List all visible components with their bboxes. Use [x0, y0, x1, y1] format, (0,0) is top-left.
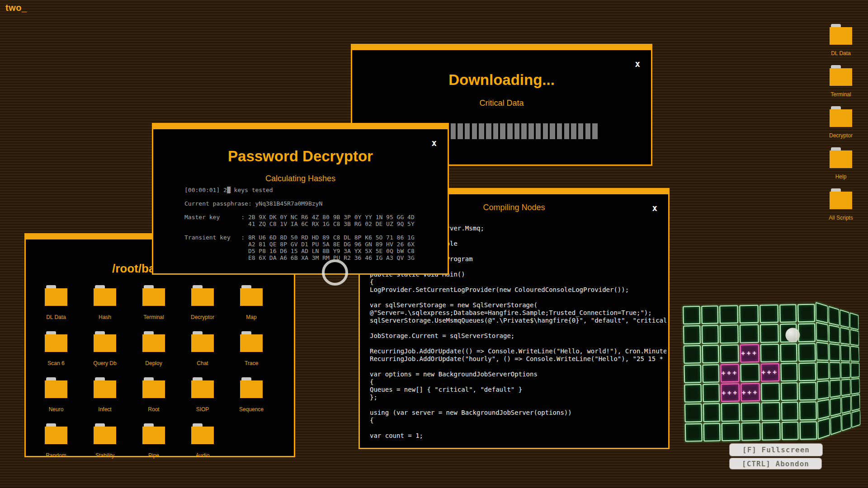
folder-random[interactable]: Random: [32, 423, 80, 469]
folder-label: Chat: [197, 360, 208, 366]
close-icon[interactable]: x: [635, 60, 640, 68]
cube-cell: [850, 313, 859, 330]
cube-cell: [721, 403, 740, 422]
cube-cell: [841, 362, 850, 378]
loader-ring: [322, 259, 348, 286]
folder-label: Terminal: [143, 314, 164, 320]
cube-cell: [851, 394, 860, 411]
fullscreen-button[interactable]: [F] Fullscreen: [730, 444, 822, 456]
typed-prompt[interactable]: two_: [5, 3, 27, 13]
folder-icon: [142, 285, 165, 306]
cube-cell: [701, 305, 718, 324]
folder-label: Decryptor: [829, 132, 853, 139]
cube-cell: [683, 306, 700, 324]
cube-cell: [851, 379, 860, 395]
folder-scan-6[interactable]: Scan 6: [32, 331, 80, 377]
folder-chat[interactable]: Chat: [178, 331, 227, 377]
titlebar[interactable]: [352, 45, 651, 50]
folder-icon: [142, 331, 165, 352]
cube-cell: [816, 361, 829, 380]
folder-label: Sequence: [239, 406, 264, 413]
progress-segment: [528, 123, 534, 139]
folder-icon: [45, 285, 67, 306]
cube-cell: [703, 384, 720, 402]
folder-label: Deploy: [145, 360, 162, 366]
cube-cell: [684, 365, 701, 383]
cube-cell: [852, 410, 860, 428]
folder-trace[interactable]: Trace: [227, 331, 276, 377]
folder-label: Stability: [95, 452, 114, 459]
folder-label: Infect: [98, 406, 111, 413]
progress-segment: [557, 123, 562, 139]
cube-cell: [829, 343, 840, 361]
folder-stability[interactable]: Stability: [80, 423, 129, 469]
cube-cell: [779, 304, 797, 323]
progress-segment: [465, 123, 470, 139]
progress-segment: [592, 123, 598, 139]
cube-cell: [817, 399, 830, 420]
folder-all-scripts[interactable]: All Scripts: [818, 188, 863, 221]
folder-label: Audio: [196, 452, 210, 459]
folder-deploy[interactable]: Deploy: [129, 331, 178, 377]
folder-terminal[interactable]: Terminal: [129, 285, 178, 331]
folder-decryptor[interactable]: Decryptor: [178, 285, 227, 331]
folder-label: Decryptor: [191, 314, 214, 320]
cube-cell: [781, 402, 798, 421]
folder-label: SIOP: [196, 406, 209, 413]
folder-icon: [191, 285, 214, 306]
folder-dl-data[interactable]: DL Data: [32, 285, 80, 331]
cube-cell: [830, 380, 840, 398]
folder-label: Map: [246, 314, 256, 320]
folder-icon: [830, 24, 852, 45]
folder-label: Pipe: [148, 452, 159, 459]
folder-map[interactable]: Map: [227, 285, 276, 331]
folder-icon: [830, 106, 852, 127]
cube-cell: [817, 380, 829, 400]
folder-siop[interactable]: SIOP: [178, 377, 227, 423]
folder-terminal[interactable]: Terminal: [818, 65, 863, 98]
folder-icon: [45, 423, 67, 444]
progress-segment: [585, 123, 591, 139]
folder-icon: [142, 377, 165, 398]
folder-label: Root: [148, 406, 159, 413]
cube-cell-flagged: +++: [760, 363, 779, 382]
folder-label: Hash: [99, 314, 111, 320]
folder-sequence[interactable]: Sequence: [227, 377, 276, 423]
window-subtitle: Critical Data: [352, 99, 651, 108]
progress-segment: [486, 123, 491, 139]
folder-help[interactable]: Help: [818, 147, 863, 180]
cube-cell: [722, 422, 741, 441]
folder-dl-data[interactable]: DL Data: [818, 24, 863, 56]
cube-cell: [799, 382, 816, 401]
cube-cell: [842, 413, 851, 432]
folder-label: Trace: [245, 360, 258, 366]
cube-cell: [761, 402, 780, 421]
cube-cell: [798, 343, 816, 361]
cube-cell: [702, 325, 719, 344]
titlebar[interactable]: [153, 124, 448, 129]
close-icon[interactable]: x: [432, 139, 437, 147]
cube-cell: [830, 398, 841, 417]
folder-neuro[interactable]: Neuro: [32, 377, 80, 423]
folder-audio[interactable]: Audio: [178, 423, 227, 469]
folder-icon: [830, 147, 852, 168]
folder-icon: [191, 331, 214, 352]
folder-hash[interactable]: Hash: [80, 285, 129, 331]
folder-label: All Scripts: [829, 215, 853, 221]
cube-cell: [798, 324, 815, 342]
folder-query-db[interactable]: Query Db: [80, 331, 129, 377]
cube-cell: [828, 306, 839, 326]
progress-segment: [571, 123, 576, 139]
abandon-button[interactable]: [CTRL] Abondon: [730, 458, 821, 469]
progress-segment: [514, 123, 520, 139]
cube-cell-flagged: +++: [740, 344, 759, 362]
folder-root[interactable]: Root: [129, 377, 178, 423]
cube-front-face: +++++++++++++++: [683, 304, 817, 442]
folder-infect[interactable]: Infect: [80, 377, 129, 423]
cube-cell: [685, 423, 702, 442]
cube-cell: [829, 324, 840, 343]
cube-cell: [684, 345, 701, 364]
folder-decryptor[interactable]: Decryptor: [818, 106, 863, 139]
cube-cell: [781, 382, 798, 401]
folder-pipe[interactable]: Pipe: [129, 423, 178, 469]
